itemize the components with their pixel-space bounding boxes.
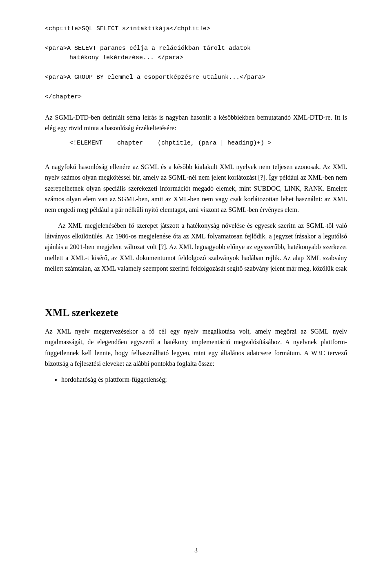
page-number: 3 <box>194 545 198 556</box>
bullet-list: hordohatóság és plattform-függetlenség; <box>61 374 347 385</box>
code-line-3: <para>A SELEVT parancs célja a relációkb… <box>45 44 347 53</box>
code-line-4: hatékony lekérdezése... </para> <box>69 53 347 63</box>
section-heading-xml: XML szerkezete <box>45 306 347 320</box>
code-line-8: </chapter> <box>45 93 347 102</box>
code-line-6: <para>A GROUP BY elemmel a csoportképzés… <box>45 73 347 82</box>
page: <chptitle>SQL SELECT szintaktikája</chpt… <box>0 0 392 572</box>
code-block: <chptitle>SQL SELECT szintaktikája</chpt… <box>45 24 347 102</box>
paragraph-2: A nagyfokú hasonlóság ellenére az SGML é… <box>45 162 347 216</box>
paragraph-3: Az XML megjelenésében fő szerepet játszo… <box>45 220 347 274</box>
element-definition: <!ELEMENT chapter (chptitle, (para | hea… <box>69 139 347 148</box>
code-line-1: <chptitle>SQL SELECT szintaktikája</chpt… <box>45 24 347 34</box>
paragraph-1: Az SGML-DTD-ben definiált séma leírás is… <box>45 112 347 134</box>
paragraph-4: Az XML nyelv megtervezésekor a fő cél eg… <box>45 326 347 369</box>
list-item-1: hordohatóság és plattform-függetlenség; <box>61 374 347 385</box>
